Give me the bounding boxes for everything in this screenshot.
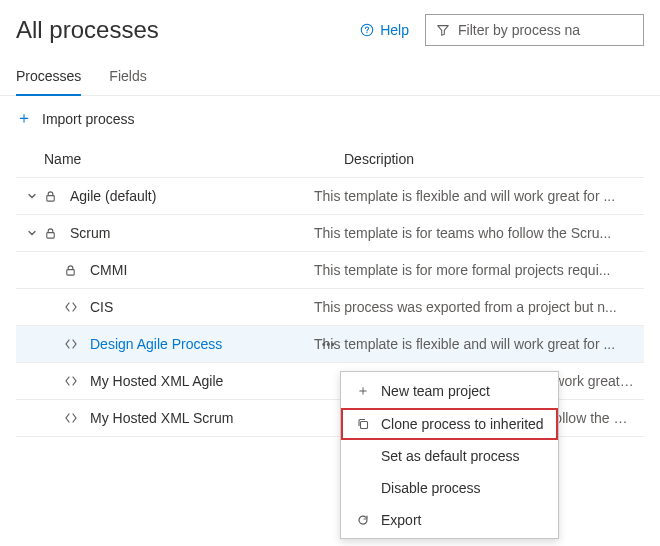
chevron-down-icon[interactable] [20,190,44,202]
process-name: My Hosted XML Scrum [84,410,314,426]
process-desc: This template is for teams who follow th… [314,225,644,241]
menu-new-team-project[interactable]: ＋ New team project [341,374,558,408]
col-header-name[interactable]: Name [44,151,344,167]
table-header: Name Description [16,141,644,178]
tab-fields[interactable]: Fields [109,60,146,96]
svg-rect-2 [47,195,54,201]
filter-input[interactable] [458,22,633,38]
process-desc: This template is flexible and will work … [314,188,644,204]
tab-processes[interactable]: Processes [16,60,81,96]
table-row[interactable]: CIS This process was exported from a pro… [16,289,644,326]
svg-point-1 [367,32,368,33]
code-icon [64,300,84,314]
menu-label: New team project [381,383,490,399]
export-icon [355,513,371,527]
lock-icon [44,227,64,240]
menu-label: Set as default process [381,448,520,464]
plus-icon: ＋ [16,108,32,129]
code-icon [64,374,84,388]
copy-icon [355,417,371,431]
process-name-link[interactable]: Design Agile Process [84,336,314,352]
menu-disable-process[interactable]: Disable process [341,472,558,504]
menu-label: Disable process [381,480,481,496]
menu-label: Export [381,512,421,528]
process-name: My Hosted XML Agile [84,373,314,389]
svg-rect-5 [361,422,368,429]
process-name: Agile (default) [64,188,314,204]
process-desc: This template is flexible and will work … [314,336,644,352]
lock-icon [64,264,84,277]
page-title: All processes [16,16,159,44]
menu-clone-to-inherited[interactable]: Clone process to inherited [341,408,558,440]
tabs: Processes Fields [0,60,660,96]
process-name: CIS [84,299,314,315]
chevron-down-icon[interactable] [20,227,44,239]
menu-export[interactable]: Export [341,504,558,536]
import-process-button[interactable]: ＋ Import process [16,108,135,129]
context-menu: ＋ New team project Clone process to inhe… [340,371,559,539]
help-icon [360,23,374,37]
menu-label: Clone process to inherited [381,416,544,432]
more-actions-button[interactable]: ••• [322,339,336,350]
process-desc: This template is for more formal project… [314,262,644,278]
svg-rect-4 [67,269,74,275]
code-icon [64,411,84,425]
table-row[interactable]: Scrum This template is for teams who fol… [16,215,644,252]
svg-rect-3 [47,232,54,238]
import-label: Import process [42,111,135,127]
col-header-desc[interactable]: Description [344,151,644,167]
code-icon [64,337,84,351]
filter-icon [436,23,450,37]
help-label: Help [380,22,409,38]
lock-icon [44,190,64,203]
process-name: CMMI [84,262,314,278]
process-name: Scrum [64,225,314,241]
table-row[interactable]: CMMI This template is for more formal pr… [16,252,644,289]
help-link[interactable]: Help [360,22,409,38]
menu-set-default[interactable]: Set as default process [341,440,558,472]
process-desc: This process was exported from a project… [314,299,644,315]
table-row[interactable]: Design Agile Process ••• This template i… [16,326,644,363]
plus-icon: ＋ [355,382,371,400]
table-row[interactable]: Agile (default) This template is flexibl… [16,178,644,215]
filter-box[interactable] [425,14,644,46]
